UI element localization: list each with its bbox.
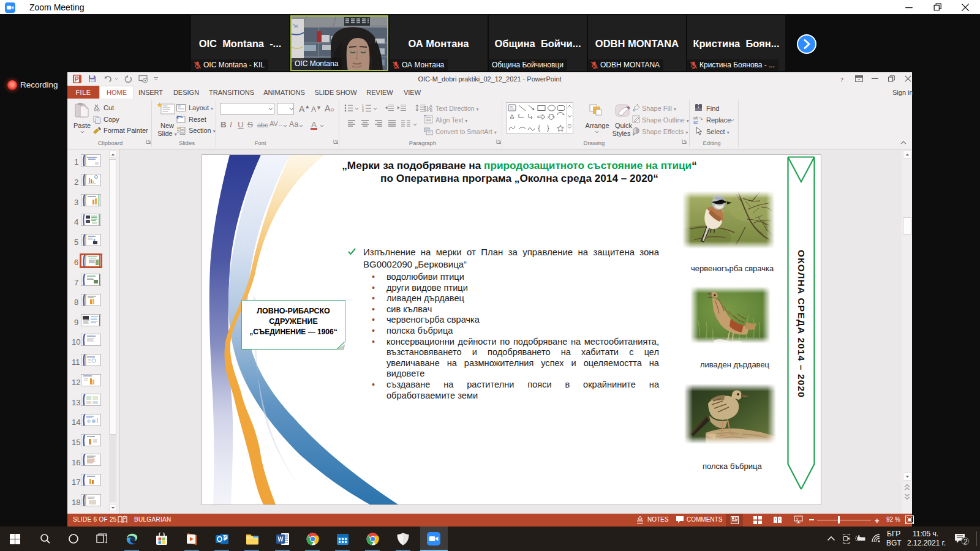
svg-text:2: 2 [963,538,968,546]
svg-text:ac: ac [693,120,698,124]
svg-text:?: ? [840,76,843,83]
svg-text:A: A [429,104,432,108]
svg-text:ab: ab [693,116,698,120]
svg-text:3: 3 [362,109,364,112]
svg-text:P: P [75,76,79,83]
